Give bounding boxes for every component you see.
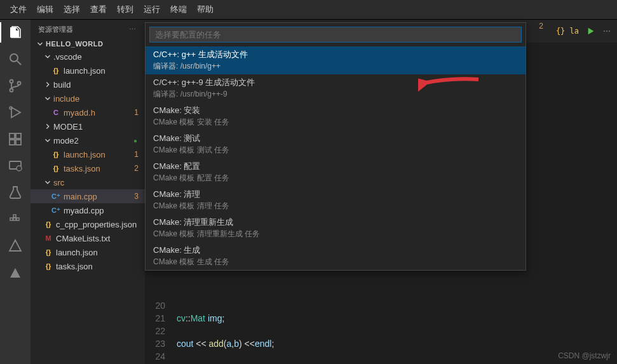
- activity-explorer[interactable]: [0, 25, 31, 40]
- activity-debug[interactable]: [0, 105, 31, 120]
- tree-label: launch.json: [56, 248, 145, 257]
- file-launch.json[interactable]: {}launch.json1: [31, 147, 145, 161]
- activity-remote[interactable]: [0, 158, 31, 173]
- task-option[interactable]: CMake: 配置CMake 模板 配置 任务: [146, 158, 525, 186]
- file-launch.json[interactable]: {}launch.json: [31, 245, 145, 259]
- folder-build[interactable]: build: [31, 78, 145, 91]
- tab-la[interactable]: {} la: [556, 27, 579, 36]
- cpp-icon: C⁺: [51, 191, 61, 201]
- file-myadd.h[interactable]: Cmyadd.h1: [31, 105, 145, 119]
- task-option[interactable]: C/C++: g++-9 生成活动文件编译器: /usr/bin/g++-9: [146, 74, 525, 102]
- task-picker-list: C/C++: g++ 生成活动文件编译器: /usr/bin/g++C/C++:…: [146, 46, 525, 270]
- task-main-label: C/C++: g++ 生成活动文件: [153, 49, 518, 60]
- task-option[interactable]: CMake: 安装CMake 模板 安装 任务: [146, 102, 525, 130]
- svg-rect-15: [13, 215, 16, 217]
- more-icon[interactable]: ⋯: [603, 27, 611, 36]
- tree-label: mode2: [53, 136, 133, 145]
- svg-point-2: [10, 80, 13, 83]
- search-icon: [8, 51, 23, 67]
- docker-icon: [8, 212, 23, 227]
- menu-转到[interactable]: 转到: [112, 3, 139, 17]
- svg-rect-14: [17, 218, 19, 220]
- run-icon[interactable]: [586, 27, 595, 36]
- svg-rect-13: [13, 218, 16, 220]
- task-sub-label: 编译器: /usr/bin/g++-9: [153, 89, 518, 100]
- more-icon[interactable]: ⋯: [129, 25, 137, 34]
- project-name: HELLO_WORLD: [46, 40, 103, 48]
- task-picker-input[interactable]: [149, 27, 522, 43]
- tree-label: MODE1: [53, 122, 145, 131]
- task-option[interactable]: CMake: 清理CMake 模板 清理 任务: [146, 186, 525, 214]
- tree-label: launch.json: [64, 150, 134, 159]
- modified-badge: 3: [134, 192, 145, 201]
- flask-icon: [8, 185, 23, 200]
- menu-选择[interactable]: 选择: [58, 3, 85, 17]
- activity-search[interactable]: [0, 51, 31, 67]
- file-myadd.cpp[interactable]: C⁺myadd.cpp: [31, 203, 145, 217]
- task-main-label: CMake: 清理重新生成: [153, 217, 518, 228]
- triangle-icon: [8, 265, 23, 280]
- folder-include[interactable]: include: [31, 91, 145, 105]
- file-CMakeLists.txt[interactable]: MCMakeLists.txt: [31, 231, 145, 245]
- modified-badge: 2: [134, 164, 145, 173]
- svg-point-4: [18, 82, 21, 85]
- file-tasks.json[interactable]: {}tasks.json: [31, 259, 145, 273]
- activity-bar: [0, 20, 31, 364]
- file-tasks.json[interactable]: {}tasks.json2: [31, 161, 145, 175]
- project-root[interactable]: HELLO_WORLD: [31, 38, 145, 50]
- folder-.vscode[interactable]: .vscode: [31, 50, 145, 64]
- editor-area: {} la ⋯ 2 C/C++: g++ 生成活动文件编译器: /usr/bin…: [145, 20, 617, 364]
- task-option[interactable]: CMake: 测试CMake 模板 测试 任务: [146, 130, 525, 158]
- tree-label: tasks.json: [64, 164, 134, 173]
- task-sub-label: CMake 模板 生成 任务: [153, 257, 518, 267]
- cpp-icon: C⁺: [51, 205, 61, 215]
- tree-label: launch.json: [64, 66, 145, 76]
- explorer-title: 资源管理器: [38, 25, 73, 34]
- code-line: 22: [150, 325, 617, 337]
- cmake-icon: M: [43, 233, 53, 243]
- activity-docker[interactable]: [0, 212, 31, 227]
- task-option[interactable]: C/C++: g++ 生成活动文件编译器: /usr/bin/g++: [146, 46, 525, 74]
- modified-badge: 1: [134, 150, 145, 159]
- chevron-down-icon: [43, 52, 52, 61]
- folder-mode2[interactable]: mode2: [31, 133, 145, 147]
- extensions-icon: [8, 131, 23, 147]
- svg-rect-6: [10, 133, 15, 138]
- folder-src[interactable]: src: [31, 175, 145, 189]
- svg-point-0: [10, 54, 18, 62]
- menu-运行[interactable]: 运行: [139, 3, 165, 17]
- code-editor[interactable]: 2021 cv::Mat img;2223 cout << add(a,b) <…: [150, 299, 617, 364]
- code-line: 24: [150, 350, 617, 363]
- svg-point-11: [17, 166, 22, 171]
- menu-终端[interactable]: 终端: [165, 3, 192, 17]
- file-main.cpp[interactable]: C⁺main.cpp3: [31, 189, 145, 203]
- svg-point-5: [10, 107, 12, 109]
- menu-编辑[interactable]: 编辑: [32, 3, 58, 17]
- modified-badge: 1: [134, 108, 145, 117]
- json-icon: {}: [51, 149, 61, 159]
- task-sub-label: CMake 模板 配置 任务: [153, 173, 518, 184]
- task-sub-label: CMake 模板 测试 任务: [153, 145, 518, 156]
- svg-rect-12: [10, 218, 13, 220]
- file-tree: .vscode{}launch.jsonbuildincludeCmyadd.h…: [31, 50, 145, 273]
- json-icon: {}: [43, 261, 53, 271]
- menu-查看[interactable]: 查看: [85, 3, 112, 17]
- chevron-down-icon: [36, 39, 44, 48]
- tree-label: main.cpp: [64, 192, 134, 201]
- tree-label: src: [53, 178, 145, 187]
- activity-cmake[interactable]: [0, 238, 31, 253]
- menu-文件[interactable]: 文件: [5, 3, 32, 17]
- tree-label: myadd.h: [64, 108, 134, 118]
- file-launch.json[interactable]: {}launch.json: [31, 64, 145, 78]
- task-sub-label: CMake 模板 安装 任务: [153, 117, 518, 128]
- file-c_cpp_properties.json[interactable]: {}c_cpp_properties.json: [31, 217, 145, 231]
- files-icon: [8, 25, 23, 40]
- activity-extensions[interactable]: [0, 131, 31, 147]
- activity-testing[interactable]: [0, 185, 31, 200]
- activity-scm[interactable]: [0, 78, 31, 93]
- menu-帮助[interactable]: 帮助: [192, 3, 219, 17]
- task-option[interactable]: CMake: 生成CMake 模板 生成 任务: [146, 242, 525, 270]
- folder-MODE1[interactable]: MODE1: [31, 119, 145, 133]
- activity-misc[interactable]: [0, 265, 31, 280]
- task-option[interactable]: CMake: 清理重新生成CMake 模板 清理重新生成 任务: [146, 214, 525, 242]
